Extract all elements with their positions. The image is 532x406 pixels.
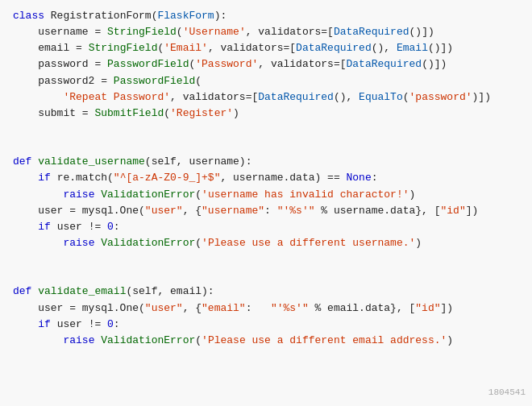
code-line-15: raise ValidationError('Please use a diff…: [0, 235, 532, 251]
code-line-21: raise ValidationError('Please use a diff…: [0, 333, 532, 349]
code-line-12: raise ValidationError('username has inva…: [0, 187, 532, 203]
code-line-20: if user != 0:: [0, 317, 532, 333]
code-line-8: [0, 122, 532, 138]
code-line-4: password = PasswordField('Password', val…: [0, 56, 532, 72]
code-line-16: [0, 251, 532, 267]
code-line-13: user = mysql.One("user", {"username": "'…: [0, 203, 532, 219]
watermark: 1804541: [488, 386, 526, 400]
code-line-7: submit = SubmitField('Register'): [0, 106, 532, 122]
code-line-1: class RegistrationForm(FlaskForm):: [0, 8, 532, 24]
code-line-6: 'Repeat Password', validators=[DataRequi…: [0, 89, 532, 106]
code-line-3: email = StringField('Email', validators=…: [0, 40, 532, 56]
code-line-19: user = mysql.One("user", {"email": "'%s'…: [0, 300, 532, 317]
stringfield-call: StringField: [107, 24, 177, 40]
code-line-10: def validate_username(self, username):: [0, 154, 532, 170]
base-class: FlaskForm: [157, 8, 214, 24]
code-line-11: if re.match("^[a-zA-Z0-9_]+$", username.…: [0, 170, 532, 186]
code-editor: class RegistrationForm(FlaskForm): usern…: [0, 0, 532, 406]
code-line-9: [0, 138, 532, 154]
keyword-class: class: [13, 8, 51, 24]
code-line-14: if user != 0:: [0, 219, 532, 235]
code-line-2: username = StringField('Username', valid…: [0, 24, 532, 40]
code-line-5: password2 = PasswordField(: [0, 73, 532, 89]
code-line-18: def validate_email(self, email):: [0, 284, 532, 300]
class-name: RegistrationForm: [51, 8, 152, 24]
code-line-17: [0, 267, 532, 284]
